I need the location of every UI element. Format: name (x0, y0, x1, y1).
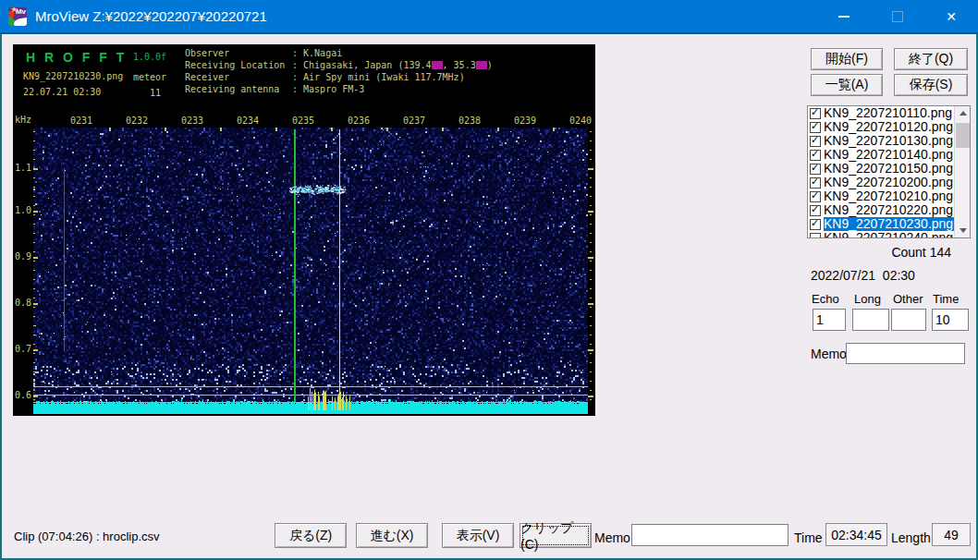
clip-status: Clip (07:04:26) : hroclip.csv (14, 530, 160, 543)
app-window: ★ Mv MroView Z:¥2022¥202207¥20220721 ✕ H… (0, 0, 978, 560)
file-checkbox[interactable] (810, 108, 821, 119)
time-axis-label: 0240 (568, 116, 593, 126)
list-item[interactable]: KN9_2207210210.png (808, 189, 954, 203)
selected-datetime: 2022/07/21 02:30 (811, 268, 915, 283)
receiver-value: Air Spy mini (Iwaki 117.7MHz) (303, 72, 465, 82)
file-checkbox[interactable] (810, 122, 821, 133)
location-value-pre: Chigasaki, Japan (139.4 (303, 60, 431, 70)
quit-button[interactable]: 終了(Q) (894, 48, 968, 70)
bottom-memo-label: Memo (594, 530, 630, 545)
file-checkbox[interactable] (810, 177, 821, 189)
freq-axis-label: 0.8 (13, 298, 31, 308)
bottom-memo-field[interactable] (631, 524, 789, 546)
file-name[interactable]: KN9_2207210210.png (824, 189, 954, 203)
file-name[interactable]: KN9_2207210150.png (824, 162, 954, 176)
echo-label: Echo (812, 292, 839, 306)
close-button[interactable]: ✕ (924, 0, 978, 32)
list-button[interactable]: 一覧(A) (811, 74, 883, 96)
minimize-button[interactable] (817, 0, 871, 32)
colon: : (292, 60, 298, 70)
list-item[interactable]: KN9_2207210200.png (808, 176, 954, 189)
receiver-row: Receiver: Air Spy mini (Iwaki 117.7MHz) (185, 71, 493, 83)
scroll-down-button[interactable] (955, 224, 971, 237)
time-axis-label: 0234 (235, 116, 261, 126)
time-axis-label: 0237 (401, 116, 427, 126)
file-name[interactable]: KN9_2207210200.png (824, 176, 954, 189)
save-button[interactable]: 保存(S) (894, 74, 968, 96)
long-field[interactable] (852, 309, 889, 331)
file-name[interactable]: KN9_2207210220.png (824, 203, 954, 217)
file-checkbox[interactable] (810, 164, 821, 175)
scroll-up-icon (960, 111, 967, 116)
time-axis-label: 0232 (124, 116, 150, 126)
redaction-box (432, 61, 443, 69)
hrofft-title: H R O F F T (26, 50, 127, 65)
file-name[interactable]: KN9_2207210120.png (824, 120, 954, 134)
receiver-label: Receiver (185, 71, 292, 83)
file-name[interactable]: KN9_2207210230.png (824, 217, 954, 231)
client-area: H R O F F T 1.0.0f KN9_2207210230.png me… (2, 34, 976, 558)
minimize-icon (838, 16, 850, 18)
scroll-up-button[interactable] (955, 106, 971, 120)
other-label: Other (893, 292, 930, 306)
freq-axis-label: 0.7 (13, 344, 31, 354)
file-checkbox[interactable] (810, 136, 821, 147)
file-checkbox[interactable] (810, 233, 821, 238)
back-button[interactable]: 戻る(Z) (275, 523, 347, 548)
time-axis-label: 0235 (290, 116, 316, 126)
time-axis-label: 0238 (457, 116, 483, 126)
list-item[interactable]: KN9_2207210230.png (808, 217, 954, 231)
freq-axis-label: 0.9 (13, 251, 31, 262)
antenna-label: Receiving antenna (185, 83, 292, 95)
count-line: Count 144 (807, 245, 951, 260)
scrollbar-thumb[interactable] (956, 123, 970, 148)
meteor-count-label: meteor (133, 72, 166, 82)
bottom-time-value: 02:34:45 (825, 523, 887, 546)
length-value: 49 (932, 523, 971, 546)
file-checkbox[interactable] (810, 191, 821, 202)
file-name[interactable]: KN9_2207210140.png (824, 148, 954, 162)
file-name[interactable]: KN9_2207210110.png (824, 106, 954, 120)
observer-row: Observer: K.Nagai (185, 47, 493, 59)
list-item[interactable]: KN9_2207210140.png (808, 148, 954, 162)
spectrogram-plot[interactable] (33, 128, 593, 416)
time-field[interactable] (932, 309, 969, 331)
spectrogram-filename: KN9_2207210230.png (23, 71, 123, 81)
maximize-button[interactable] (871, 0, 924, 32)
close-icon: ✕ (946, 9, 957, 24)
bottom-time-label: Time (794, 530, 823, 545)
list-item[interactable]: KN9_2207210130.png (808, 134, 954, 148)
station-info: Observer: K.Nagai Receiving Location: Ch… (185, 47, 493, 95)
other-field[interactable] (891, 309, 926, 331)
file-name[interactable]: KN9_2207210240.png (824, 231, 954, 237)
list-item[interactable]: KN9_2207210220.png (808, 203, 954, 217)
list-item[interactable]: KN9_2207210110.png (808, 106, 954, 120)
start-button[interactable]: 開始(F) (811, 48, 883, 70)
long-label: Long (854, 292, 881, 306)
list-item[interactable]: KN9_2207210150.png (808, 162, 954, 176)
caption-buttons: ✕ (817, 0, 978, 32)
app-icon: ★ Mv (8, 7, 27, 26)
clip-button[interactable]: クリップ(C) (520, 523, 592, 548)
location-row: Receiving Location: Chigasaki, Japan (13… (185, 59, 493, 71)
time-label: Time (933, 292, 959, 306)
memo-field[interactable] (846, 343, 965, 364)
file-list: KN9_2207210110.pngKN9_2207210120.pngKN9_… (807, 105, 971, 238)
y-axis-unit: kHz (15, 115, 31, 125)
freq-axis-label: 1.1 (13, 163, 31, 173)
antenna-row: Receiving antenna: Maspro FM-3 (185, 83, 493, 95)
count-label: Count (891, 245, 925, 260)
count-value: 144 (930, 245, 951, 260)
forward-button[interactable]: 進む(X) (356, 523, 428, 548)
file-checkbox[interactable] (810, 205, 821, 216)
file-list-scrollbar[interactable] (954, 106, 970, 237)
observer-value: K.Nagai (303, 48, 342, 58)
file-checkbox[interactable] (810, 150, 821, 161)
title-bar: ★ Mv MroView Z:¥2022¥202207¥20220721 ✕ (0, 0, 978, 32)
file-checkbox[interactable] (810, 219, 821, 230)
echo-field[interactable] (813, 309, 846, 331)
file-name[interactable]: KN9_2207210130.png (824, 134, 954, 148)
show-button[interactable]: 表示(V) (442, 523, 514, 548)
list-item[interactable]: KN9_2207210240.png (808, 231, 954, 237)
list-item[interactable]: KN9_2207210120.png (808, 120, 954, 134)
